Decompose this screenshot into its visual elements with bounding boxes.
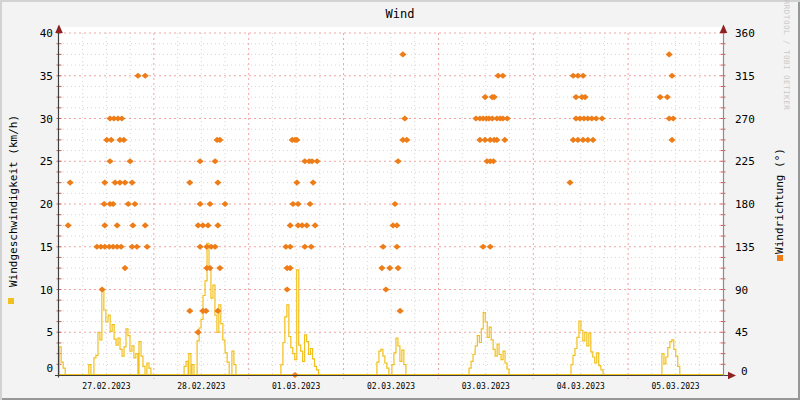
y-right-tick-label: 315 bbox=[735, 70, 755, 83]
y-left-tick-label: 15 bbox=[40, 241, 53, 254]
y-left-tick-label: 30 bbox=[40, 113, 53, 126]
y-right-tick-label: 360 bbox=[735, 27, 755, 40]
x-date-label: 03.03.2023 bbox=[462, 382, 510, 391]
y-left-tick-label: 20 bbox=[40, 198, 53, 211]
y-right-tick-label: 180 bbox=[735, 198, 755, 211]
y-right-tick-label: 45 bbox=[735, 326, 748, 339]
y-right-tick-label: 270 bbox=[735, 113, 755, 126]
y-left-tick-label: 25 bbox=[40, 155, 53, 168]
x-date-label: 04.03.2023 bbox=[557, 382, 605, 391]
y-right-tick-label: 90 bbox=[735, 284, 748, 297]
y-right-tick-label: 225 bbox=[735, 155, 755, 168]
y-left-tick-label: 0 bbox=[46, 362, 53, 375]
x-date-label: 02.03.2023 bbox=[367, 382, 415, 391]
x-date-label: 28.02.2023 bbox=[177, 382, 225, 391]
speed-legend-square-icon bbox=[8, 298, 14, 304]
left-axis-label: Windgeschwindigkeit (km/h) bbox=[7, 115, 20, 287]
watermark-text: RRDTOOL / TOBI OETIKER bbox=[782, 0, 791, 110]
y-left-tick-label: 10 bbox=[40, 284, 53, 297]
y-right-tick-label: 0 bbox=[741, 365, 748, 378]
y-right-tick-label: 135 bbox=[735, 241, 755, 254]
x-axis-arrow-icon bbox=[728, 372, 736, 380]
right-axis-label: Windrichtung (°) bbox=[773, 148, 786, 254]
x-date-label: 01.03.2023 bbox=[272, 382, 320, 391]
chart-title: Wind bbox=[386, 7, 415, 21]
direction-legend-square-icon bbox=[777, 255, 783, 261]
x-date-label: 05.03.2023 bbox=[651, 382, 699, 391]
x-date-label: 27.02.2023 bbox=[82, 382, 130, 391]
y-left-tick-label: 40 bbox=[40, 27, 53, 40]
plot-area: 0510152025303540045901351802252703153602… bbox=[0, 0, 800, 400]
wind-chart: 0510152025303540045901351802252703153602… bbox=[0, 0, 800, 400]
y-left-tick-label: 35 bbox=[40, 70, 53, 83]
y-left-tick-label: 5 bbox=[46, 326, 53, 339]
